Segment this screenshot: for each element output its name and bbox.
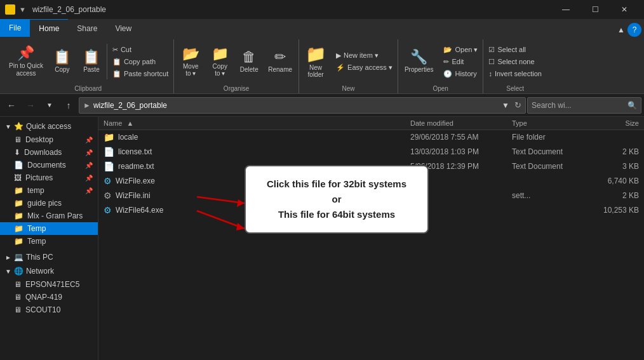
delete-icon: 🗑 (242, 50, 256, 64)
col-name-label: Name (104, 119, 122, 127)
tab-home[interactable]: Home (30, 19, 68, 37)
refresh-button[interactable]: ↻ (514, 100, 521, 110)
ribbon-section-open: 🔧 Properties 📂 Open ▾ ✏ Edit 🕐 History O… (398, 39, 484, 93)
col-size[interactable]: Size (588, 119, 639, 127)
address-chevron: ► (83, 101, 91, 110)
back-button[interactable]: ← (3, 97, 20, 114)
sidebar-item-epson[interactable]: 🖥 EPSON471EC5 (0, 278, 98, 291)
copy-label: Copy (55, 66, 69, 73)
address-bar[interactable]: ► wizfile_2_06_portable ▼ ↻ (79, 97, 526, 114)
cut-button[interactable]: ✂ Cut (110, 44, 171, 55)
forward-button[interactable]: → (22, 97, 39, 114)
table-row[interactable]: 📄 license.txt 13/03/2018 1:03 PM Text Do… (98, 145, 644, 159)
col-type-label: Type (512, 119, 527, 127)
copy-to-button[interactable]: 📁 Copyto ▾ (206, 43, 234, 80)
recent-locations-button[interactable]: ▼ (41, 97, 58, 114)
sidebar-item-pictures[interactable]: 🖼 Pictures 📌 (0, 171, 98, 184)
delete-button[interactable]: 🗑 Delete (235, 43, 263, 80)
open-button[interactable]: 📂 Open ▾ (441, 44, 480, 55)
up-button[interactable]: ↑ (60, 97, 77, 114)
paste-button[interactable]: 📋 Paste (77, 43, 105, 80)
select-none-button[interactable]: ☐ Select none (486, 56, 544, 67)
table-row[interactable]: 📁 locale 29/06/2018 7:55 AM File folder (98, 130, 644, 145)
col-type[interactable]: Type (512, 119, 588, 127)
col-name[interactable]: Name ▲ (104, 119, 410, 127)
file-size-wizfile64: 10,253 KB (588, 206, 639, 215)
select-all-button[interactable]: ☑ Select all (486, 44, 544, 55)
temp3-label: Temp (27, 237, 46, 246)
sidebar-item-temp3[interactable]: 📁 Temp (0, 235, 98, 248)
open-label: Open (401, 84, 481, 93)
ribbon-section-clipboard: 📌 Pin to Quickaccess 📋 Copy 📋 Paste ✂ Cu… (3, 39, 174, 93)
sidebar-item-desktop[interactable]: 🖥 Desktop 📌 (0, 133, 98, 146)
search-bar[interactable]: Search wi... 🔍 (527, 97, 641, 114)
sidebar-item-downloads[interactable]: ⬇ Downloads 📌 (0, 146, 98, 159)
history-label: History (455, 70, 476, 77)
sidebar-section-network[interactable]: ▼ 🌐 Network (0, 264, 98, 278)
paste-shortcut-button[interactable]: 📋 Paste shortcut (110, 68, 171, 79)
clipboard-label: Clipboard (5, 84, 171, 93)
sidebar-item-documents[interactable]: 📄 Documents 📌 (0, 159, 98, 171)
sidebar-item-qnap[interactable]: 🖥 QNAP-419 (0, 291, 98, 303)
app-icon (5, 4, 15, 15)
desktop-label: Desktop (25, 135, 53, 144)
quickaccess-label: Quick access (26, 122, 71, 131)
rename-button[interactable]: ✏ Rename (264, 43, 296, 80)
downloads-pin-icon: 📌 (85, 149, 93, 156)
address-path: wizfile_2_06_portable (93, 101, 167, 110)
file-size-license: 2 KB (588, 147, 639, 156)
sidebar-item-temp[interactable]: 📁 temp 📌 (0, 184, 98, 197)
col-date[interactable]: Date modified (410, 119, 512, 127)
edit-icon: ✏ (443, 58, 449, 66)
copy-to-icon: 📁 (211, 47, 229, 61)
sidebar-section-quickaccess[interactable]: ▼ ⭐ Quick access (0, 119, 98, 133)
navigation-bar: ← → ▼ ↑ ► wizfile_2_06_portable ▼ ↻ Sear… (0, 94, 644, 117)
new-item-button[interactable]: ▶ New item ▾ (333, 50, 395, 62)
copy-button[interactable]: 📋 Copy (48, 43, 76, 80)
sidebar-item-temp2[interactable]: 📁 Temp (0, 222, 98, 235)
open-label: Open ▾ (455, 46, 478, 54)
file-name-license: 📄 license.txt (104, 147, 410, 157)
sidebar-item-scout[interactable]: 🖥 SCOUT10 (0, 303, 98, 316)
network-icon: 🌐 (14, 267, 23, 276)
pin-button[interactable]: 📌 Pin to Quickaccess (5, 43, 47, 80)
sidebar-item-mixgram[interactable]: 📁 Mix - Gram Pars (0, 210, 98, 222)
pin-label: Pin to Quickaccess (9, 62, 43, 77)
desktop-pin-icon: 📌 (85, 137, 93, 143)
filename-wizfileini: WizFile.ini (116, 191, 151, 200)
close-button[interactable]: ✕ (610, 0, 639, 19)
select-none-label: Select none (497, 58, 534, 65)
tab-view[interactable]: View (106, 20, 140, 37)
tab-share[interactable]: Share (68, 20, 106, 37)
filename-license: license.txt (118, 147, 152, 156)
minimize-button[interactable]: — (551, 0, 580, 19)
rename-label: Rename (268, 66, 292, 73)
easy-access-button[interactable]: ⚡ Easy access ▾ (333, 62, 395, 74)
tab-file[interactable]: File (0, 19, 30, 37)
sidebar-item-guidepics[interactable]: 📁 guide pics (0, 197, 98, 210)
qnap-label: QNAP-419 (25, 293, 62, 302)
scout-icon: 🖥 (14, 305, 22, 314)
easy-access-icon: ⚡ (336, 63, 345, 72)
documents-label: Documents (27, 161, 66, 170)
properties-button[interactable]: 🔧 Properties (401, 43, 438, 80)
help-button[interactable]: ? (627, 23, 641, 37)
ribbon-section-new: 📁 Newfolder ▶ New item ▾ ⚡ Easy access ▾… (299, 39, 398, 93)
edit-button[interactable]: ✏ Edit (441, 56, 480, 67)
copy-path-button[interactable]: 📋 Copy path (110, 56, 171, 67)
invert-selection-button[interactable]: ↕ Invert selection (486, 68, 544, 79)
history-button[interactable]: 🕐 History (441, 68, 480, 79)
move-to-button[interactable]: 📂 Moveto ▾ (177, 43, 205, 80)
sidebar-section-thispc[interactable]: ► 💻 This PC (0, 250, 98, 264)
file-size-wizfileini: 2 KB (588, 191, 639, 200)
open-icon: 📂 (443, 46, 452, 54)
pin-icon: 📌 (17, 46, 34, 60)
new-folder-button[interactable]: 📁 Newfolder (302, 43, 330, 80)
window-title: wizfile_2_06_portable (32, 5, 106, 14)
copy-to-label: Copyto ▾ (213, 63, 227, 77)
maximize-button[interactable]: ☐ (580, 0, 610, 19)
ribbon-collapse-button[interactable]: ▲ (617, 25, 625, 34)
documents-pin-icon: 📌 (85, 162, 93, 169)
delete-label: Delete (240, 66, 258, 73)
address-dropdown[interactable]: ▼ (500, 101, 511, 110)
